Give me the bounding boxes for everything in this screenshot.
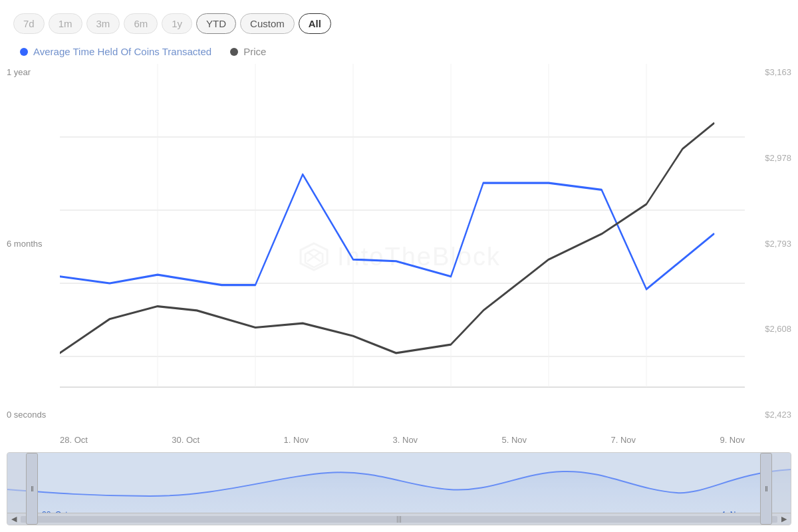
x-label-3nov: 3. Nov xyxy=(393,435,418,445)
btn-all[interactable]: All xyxy=(299,13,331,34)
x-label-9nov: 9. Nov xyxy=(720,435,745,445)
x-label-1nov: 1. Nov xyxy=(284,435,309,445)
scrollbar-track[interactable]: ||| xyxy=(21,516,777,523)
navigator-inner: II II 28. Oct 4. Nov ◀ ||| ▶ xyxy=(7,453,791,525)
btn-1m[interactable]: 1m xyxy=(49,13,82,34)
x-label-5nov: 5. Nov xyxy=(502,435,527,445)
legend-dot-price xyxy=(230,48,238,56)
y-label-price-1: $2,423 xyxy=(745,410,791,420)
legend-dot-avg-time xyxy=(20,48,28,56)
navigator[interactable]: II II 28. Oct 4. Nov ◀ ||| ▶ xyxy=(7,452,791,525)
y-label-price-2: $2,608 xyxy=(745,324,791,334)
x-label-30oct: 30. Oct xyxy=(172,435,200,445)
time-range-bar: 7d 1m 3m 6m 1y YTD Custom All xyxy=(7,13,791,34)
nav-scrollbar[interactable]: ◀ ||| ▶ xyxy=(7,513,791,525)
y-label-price-5: $3,163 xyxy=(745,67,791,77)
y-label-price-3: $2,793 xyxy=(745,239,791,249)
scrollbar-arrow-right[interactable]: ▶ xyxy=(780,515,788,523)
btn-ytd[interactable]: YTD xyxy=(196,13,236,34)
x-labels: 28. Oct 30. Oct 1. Nov 3. Nov 5. Nov 7. … xyxy=(60,435,745,445)
btn-7d[interactable]: 7d xyxy=(13,13,45,34)
nav-handle-right[interactable]: II xyxy=(760,453,772,525)
nav-handle-left[interactable]: II xyxy=(26,453,38,525)
x-axis: 28. Oct 30. Oct 1. Nov 3. Nov 5. Nov 7. … xyxy=(7,430,791,450)
y-label-price-4: $2,978 xyxy=(745,153,791,163)
y-axis-left: 1 year 6 months 0 seconds xyxy=(7,64,60,423)
chart-legend: Average Time Held Of Coins Transacted Pr… xyxy=(7,46,791,57)
app-container: 7d 1m 3m 6m 1y YTD Custom All Average Ti… xyxy=(0,0,798,532)
y-axis-right: $3,163 $2,978 $2,793 $2,608 $2,423 xyxy=(745,64,791,423)
chart-area: 1 year 6 months 0 seconds $3,163 $2,978 … xyxy=(7,64,791,525)
scrollbar-thumb: ||| xyxy=(396,515,402,523)
legend-label-avg-time: Average Time Held Of Coins Transacted xyxy=(33,46,211,57)
x-label-28oct: 28. Oct xyxy=(60,435,88,445)
y-label-1year: 1 year xyxy=(7,67,60,77)
btn-6m[interactable]: 6m xyxy=(124,13,158,34)
legend-item-price: Price xyxy=(230,46,266,57)
y-label-0seconds: 0 seconds xyxy=(7,410,60,420)
btn-3m[interactable]: 3m xyxy=(86,13,120,34)
nav-handle-left-icon: II xyxy=(31,485,33,493)
y-label-6months: 6 months xyxy=(7,239,60,249)
nav-handle-right-icon: II xyxy=(765,485,767,493)
btn-custom[interactable]: Custom xyxy=(240,13,295,34)
legend-label-price: Price xyxy=(243,46,266,57)
legend-item-avg-time: Average Time Held Of Coins Transacted xyxy=(20,46,211,57)
x-label-7nov: 7. Nov xyxy=(610,435,636,445)
scrollbar-arrow-left[interactable]: ◀ xyxy=(10,515,18,523)
btn-1y[interactable]: 1y xyxy=(162,13,192,34)
chart-svg xyxy=(60,64,745,430)
main-chart: 1 year 6 months 0 seconds $3,163 $2,978 … xyxy=(7,64,791,450)
